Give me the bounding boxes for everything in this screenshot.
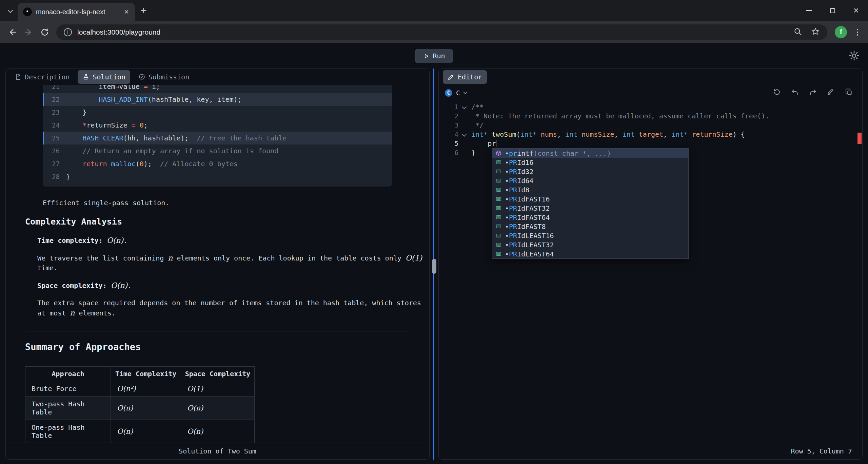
chevron-down-icon[interactable]: [5, 5, 16, 16]
table-row: Two-pass Hash TableO(n)O(n): [25, 397, 255, 420]
tab-submission[interactable]: Submission: [134, 70, 194, 84]
site-info-icon[interactable]: i: [64, 28, 72, 36]
main-split: Description Solution Submission 21 item→…: [0, 69, 868, 464]
app-topbar: Run: [0, 43, 868, 69]
minimize-button[interactable]: [797, 0, 821, 21]
back-icon[interactable]: [5, 25, 20, 40]
suggestion-label: •PRId64: [505, 177, 533, 185]
table-cell: O(n): [181, 420, 255, 443]
bookmark-star-icon[interactable]: [811, 27, 820, 37]
tab-label: Solution: [93, 73, 125, 81]
table-cell: O(n²): [111, 381, 181, 397]
constant-icon: [495, 232, 502, 239]
suggestion-item[interactable]: •PRIdLEAST16: [492, 231, 688, 240]
tab-description[interactable]: Description: [10, 70, 74, 84]
fold-chevron-icon[interactable]: [458, 102, 470, 112]
error-marker: [857, 133, 862, 144]
suggestion-item[interactable]: •PRIdFAST16: [492, 194, 688, 204]
tab-title: monaco-editor-lsp-next: [36, 8, 119, 16]
address-bar[interactable]: i localhost:3000/playground: [56, 24, 827, 40]
tab-close-icon[interactable]: ×: [123, 7, 130, 17]
suggestion-item[interactable]: •PRIdFAST32: [492, 204, 688, 213]
editor-panel: Editor C C 1/**2 * Note: The returned ar…: [438, 69, 863, 460]
table-header: Approach: [25, 367, 111, 381]
run-button[interactable]: Run: [415, 49, 453, 63]
suggestion-item[interactable]: •PRId32: [492, 167, 688, 176]
editor-line-2[interactable]: 2 * Note: The returned array must be mal…: [439, 112, 862, 121]
solution-panel-header: Description Solution Submission: [6, 69, 429, 85]
browser-window: monaco-editor-lsp-next × + × i localhost…: [0, 0, 868, 43]
suggestion-label: •PRId8: [505, 186, 529, 194]
constant-icon: [495, 205, 502, 211]
constant-icon: [495, 187, 502, 193]
resize-grip[interactable]: [432, 259, 436, 274]
code-line-22: 22 HASH_ADD_INT(hashTable, key, item);: [43, 93, 392, 106]
reset-icon[interactable]: [773, 88, 781, 97]
maximize-button[interactable]: [821, 0, 844, 21]
paragraph: Time complexity: O(n).: [37, 235, 410, 246]
code-line-28: 28}: [43, 170, 392, 183]
pencil-icon: [448, 73, 455, 80]
panel-resize-handle[interactable]: [430, 69, 438, 460]
code-line-23: 23 }: [43, 106, 392, 119]
playground-app: Run Description Solution Submission: [0, 43, 868, 464]
zoom-icon[interactable]: [793, 27, 802, 37]
profile-avatar[interactable]: f: [835, 26, 847, 38]
new-tab-button[interactable]: +: [140, 5, 147, 16]
editor-line-5[interactable]: 5 pr: [439, 139, 862, 148]
language-select[interactable]: C: [456, 89, 460, 97]
forward-icon[interactable]: [21, 25, 36, 40]
format-icon[interactable]: [827, 88, 835, 97]
window-controls: ×: [797, 0, 868, 21]
table-row: Brute ForceO(n²)O(1): [25, 381, 255, 397]
suggestion-item[interactable]: •PRIdLEAST64: [492, 249, 688, 258]
fold-chevron-icon[interactable]: [458, 130, 470, 139]
suggestion-item[interactable]: •PRId8: [492, 185, 688, 194]
code-editor[interactable]: 1/**2 * Note: The returned array must be…: [439, 100, 862, 443]
tab-solution[interactable]: Solution: [78, 70, 130, 84]
table-header: Space Complexity: [181, 367, 255, 381]
solution-footer: Solution of Two Sum: [6, 443, 429, 459]
code-line-26: 26 // Return an empty array if no soluti…: [43, 144, 392, 157]
play-icon: [423, 53, 429, 59]
table-cell: O(n): [181, 397, 255, 420]
editor-toolbar: C C: [439, 85, 862, 100]
suggestion-label: •PRIdFAST8: [505, 223, 546, 231]
section-heading: Complexity Analysis: [25, 217, 410, 227]
table-header: Time Complexity: [111, 367, 181, 381]
close-button[interactable]: ×: [844, 0, 868, 21]
undo-icon[interactable]: [791, 88, 799, 97]
suggestion-label: •printf(const char *, ...): [505, 149, 611, 157]
tab-favicon: [23, 7, 32, 16]
check-circle-icon: [138, 73, 145, 80]
suggestion-label: •PRIdLEAST16: [505, 232, 554, 240]
suggestion-label: •PRId16: [505, 158, 533, 167]
reload-icon[interactable]: [37, 25, 52, 40]
settings-gear-icon[interactable]: [848, 50, 861, 62]
browser-toolbar: i localhost:3000/playground f: [0, 21, 868, 43]
suggestion-item[interactable]: •PRId16: [492, 158, 688, 167]
suggestion-label: •PRIdFAST32: [505, 204, 550, 212]
suggestion-item[interactable]: •PRIdFAST64: [492, 213, 688, 222]
fold-gutter: [458, 112, 470, 121]
suggestion-item[interactable]: •PRIdLEAST32: [492, 240, 688, 249]
editor-line-4[interactable]: 4int* twoSum(int* nums, int numsSize, in…: [439, 130, 862, 139]
tab-editor[interactable]: Editor: [443, 70, 487, 84]
editor-line-3[interactable]: 3 */: [439, 121, 862, 130]
editor-line-1[interactable]: 1/**: [439, 102, 862, 112]
suggestion-item[interactable]: •PRId64: [492, 176, 688, 185]
suggestion-label: •PRIdFAST16: [505, 195, 550, 203]
table-cell: O(n): [111, 420, 181, 443]
suggestion-item[interactable]: •PRIdFAST8: [492, 222, 688, 231]
autocomplete-popup: •printf(const char *, ...)•PRId16•PRId32…: [492, 148, 689, 259]
editor-statusbar: Row 5, Column 7: [439, 443, 862, 459]
chevron-down-icon[interactable]: [463, 90, 468, 94]
solution-panel: Description Solution Submission 21 item→…: [5, 69, 430, 460]
redo-icon[interactable]: [809, 88, 817, 97]
copy-icon[interactable]: [845, 88, 853, 97]
browser-tab[interactable]: monaco-editor-lsp-next ×: [18, 3, 135, 21]
browser-menu-icon[interactable]: [852, 25, 863, 40]
url-text: localhost:3000/playground: [77, 28, 788, 36]
paragraph: Efficient single-pass solution.: [43, 198, 410, 208]
suggestion-item[interactable]: •printf(const char *, ...): [492, 149, 688, 158]
